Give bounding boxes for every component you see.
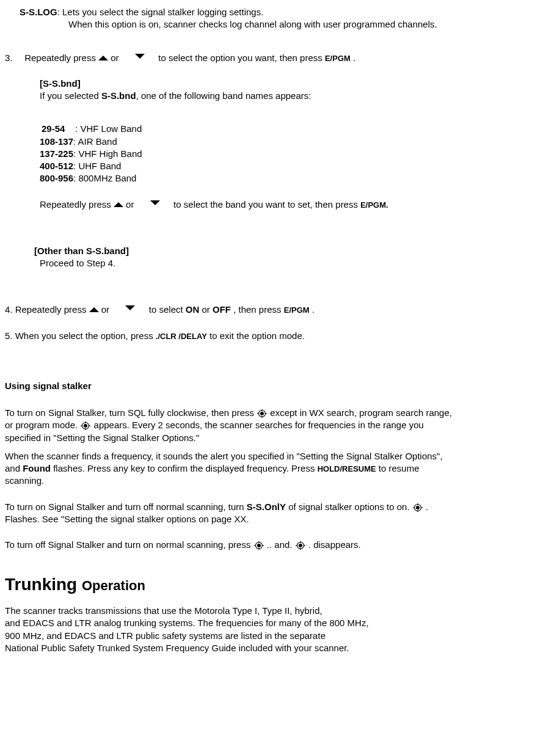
signal-stalker-icon bbox=[296, 541, 305, 550]
band-range: 108-137 bbox=[40, 136, 73, 148]
step3-num: 3. bbox=[5, 52, 22, 64]
signal-stalker-icon bbox=[257, 409, 267, 418]
band-name: : VHF Low Band bbox=[75, 123, 142, 134]
step3-post: to select the option you want, then pres… bbox=[158, 53, 325, 63]
svg-point-24 bbox=[299, 544, 302, 547]
signal-stalker-icon bbox=[81, 422, 90, 430]
band-range: 29-54 bbox=[42, 123, 65, 135]
step5: 5. When you select the option, press ./C… bbox=[5, 330, 555, 342]
trunking-l2: and EDACS and LTR analog trunking system… bbox=[5, 617, 555, 629]
trunking-l1: The scanner tracks transmissions that us… bbox=[5, 605, 555, 617]
using-p1-l3: specified in "Setting the Signal Stalker… bbox=[5, 432, 555, 444]
band-row: 137-225: VHF High Band bbox=[40, 148, 555, 160]
using-p2-l3: scanning. bbox=[5, 475, 555, 487]
ssbnd-line: If you selected S-S.bnd, one of the foll… bbox=[40, 90, 555, 102]
step3-pre: Repeatedly press bbox=[24, 53, 98, 63]
signal-stalker-icon bbox=[413, 503, 423, 512]
other-header: [Other than S-S.band] bbox=[34, 245, 555, 257]
down-arrow-icon bbox=[150, 200, 160, 205]
step3-mid: or bbox=[111, 53, 118, 63]
up-arrow-icon bbox=[114, 202, 123, 207]
band-range: 800-956 bbox=[40, 172, 73, 184]
using-p4: To turn off Signal Stalker and turn on n… bbox=[5, 539, 555, 551]
band-name: : VHF High Band bbox=[73, 148, 142, 159]
svg-point-12 bbox=[416, 506, 420, 509]
ssbnd-header: [S-S.bnd] bbox=[40, 78, 555, 90]
trunking-heading: Trunking Operation bbox=[5, 573, 555, 596]
step3-key: E/PGM bbox=[325, 54, 351, 63]
trunking-l3: 900 MHz, and EDACS and LTR public safety… bbox=[5, 630, 555, 642]
step4: 4. Repeatedly press or to select ON or O… bbox=[5, 304, 555, 316]
sslog-label: S-S.LOG bbox=[20, 7, 57, 17]
sslog-desc: : Lets you select the signal stalker log… bbox=[57, 7, 264, 17]
step3-end: . bbox=[353, 53, 355, 63]
bandpress: Repeatedly press or to select the band y… bbox=[40, 199, 555, 211]
using-p1-l2: or program mode. appears. Every 2 second… bbox=[5, 419, 555, 431]
svg-point-0 bbox=[260, 412, 264, 415]
signal-stalker-icon bbox=[254, 541, 264, 550]
using-p1-l1: To turn on Signal Stalker, turn SQL full… bbox=[5, 407, 555, 419]
svg-point-6 bbox=[84, 424, 87, 428]
trunking-l4: National Public Safety Trunked System Fr… bbox=[5, 642, 555, 654]
band-row: 800-956: 800MHz Band bbox=[40, 172, 555, 184]
using-p2-l2: and Found flashes. Press any key to conf… bbox=[5, 462, 555, 475]
using-p3-l2: Flashes. See "Setting the signal stalker… bbox=[5, 513, 555, 525]
step3: 3. Repeatedly press or to select the opt… bbox=[5, 52, 555, 64]
band-name: : UHF Band bbox=[73, 161, 121, 171]
svg-point-18 bbox=[257, 544, 261, 547]
using-p3-l1: To turn on Signal Stalker and turn off n… bbox=[5, 501, 555, 513]
band-row: 400-512: UHF Band bbox=[40, 160, 555, 172]
band-row: 108-137: AIR Band bbox=[40, 136, 555, 148]
down-arrow-icon bbox=[135, 54, 145, 59]
band-name: : AIR Band bbox=[73, 136, 117, 147]
band-name: : 800MHz Band bbox=[73, 173, 136, 183]
sslog-line1: S-S.LOG: Lets you select the signal stal… bbox=[20, 6, 555, 18]
band-range: 137-225 bbox=[40, 148, 73, 160]
using-p2-l1: When the scanner finds a frequency, it s… bbox=[5, 450, 555, 462]
sslog-line2: When this option is on, scanner checks l… bbox=[68, 18, 555, 31]
band-row: 29-54 : VHF Low Band bbox=[42, 123, 555, 135]
up-arrow-icon bbox=[89, 307, 99, 312]
down-arrow-icon bbox=[125, 305, 135, 310]
using-header: Using signal stalker bbox=[5, 380, 555, 392]
up-arrow-icon bbox=[98, 56, 108, 60]
other-line: Proceed to Step 4. bbox=[40, 257, 555, 269]
band-range: 400-512 bbox=[40, 160, 73, 172]
